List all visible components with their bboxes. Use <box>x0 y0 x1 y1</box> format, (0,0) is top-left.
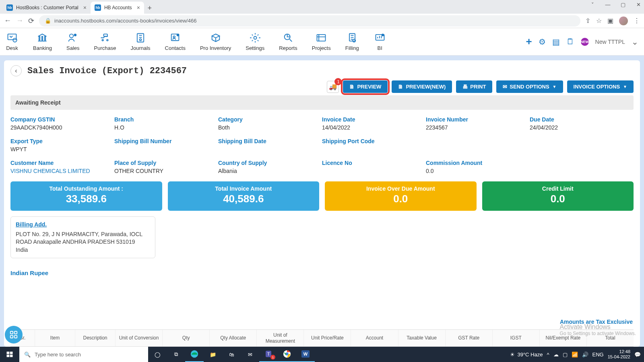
url-text: inaccounts.hostbooks.com/accounts-books/… <box>54 18 196 24</box>
th-account: Account <box>351 330 398 346</box>
word-icon[interactable]: W <box>296 347 315 362</box>
notes-icon[interactable]: 🗒 <box>566 37 574 46</box>
chevron-down-icon: ▼ <box>553 84 557 89</box>
tab-customer-portal[interactable]: hb HostBooks : Customer Portal × <box>2 2 91 14</box>
th-qty: Qty <box>162 330 209 346</box>
svg-point-1 <box>13 38 17 42</box>
th-qty-alloc: Qty Allocate <box>209 330 256 346</box>
profile-avatar[interactable] <box>619 16 628 25</box>
user-name[interactable]: New TTTPL <box>595 39 625 45</box>
maximize-icon[interactable]: ▢ <box>619 2 627 8</box>
commission-value: 0.0 <box>426 168 530 174</box>
plus-icon[interactable]: + <box>526 35 532 48</box>
nav-bi[interactable]: BI <box>374 32 386 51</box>
billing-heading[interactable]: Billing Add. <box>16 221 150 229</box>
nav-filling[interactable]: Filling <box>345 32 359 51</box>
lock-icon: 🔒 <box>45 18 51 24</box>
nav-inventory[interactable]: Pro Inventory <box>200 32 231 51</box>
svg-rect-23 <box>14 331 17 334</box>
invoice-options-button[interactable]: INVOICE OPTIONS▼ <box>567 80 634 93</box>
nav-settings[interactable]: Settings <box>246 32 264 51</box>
new-tab-button[interactable]: + <box>144 2 155 14</box>
wifi-icon[interactable]: 📶 <box>572 352 578 358</box>
nav-desk[interactable]: Desk <box>6 32 19 51</box>
svg-point-21 <box>382 34 384 36</box>
close-icon[interactable]: × <box>137 4 140 11</box>
th-total: Total <box>586 330 634 346</box>
tab-label: HB Accounts <box>104 5 132 10</box>
chevron-down-icon[interactable]: ˅ <box>588 2 597 8</box>
browser-tabstrip: hb HostBooks : Customer Portal × hb HB A… <box>0 0 644 14</box>
nav-banking[interactable]: Banking <box>33 32 52 51</box>
chrome-icon[interactable] <box>278 347 296 362</box>
branch-value: H.O <box>114 124 218 131</box>
hb-favicon: hb <box>95 4 101 11</box>
gstin-value: 29AADCK7940H000 <box>10 124 114 131</box>
forward-icon[interactable]: → <box>16 16 23 25</box>
close-icon[interactable]: × <box>83 4 87 11</box>
nav-projects[interactable]: Projects <box>312 32 331 51</box>
share-icon[interactable]: ⇪ <box>585 17 590 25</box>
language-indicator[interactable]: ENG <box>592 352 604 358</box>
new-badge-icon[interactable]: NEW <box>581 38 589 46</box>
back-icon[interactable]: ← <box>4 16 11 25</box>
invoice-number-value: 2234567 <box>426 124 530 131</box>
url-input[interactable]: 🔒 inaccounts.hostbooks.com/accounts-book… <box>39 15 580 27</box>
eway-button[interactable]: 🚚 1 <box>327 81 339 93</box>
nav-reports[interactable]: Reports <box>279 32 297 51</box>
print-button[interactable]: 🖶PRINT <box>456 80 492 93</box>
cortana-icon[interactable]: ⧉ <box>167 347 185 362</box>
minimize-icon[interactable]: — <box>604 2 612 8</box>
clock[interactable]: 12:48 15-04-2022 <box>608 349 630 360</box>
svg-point-9 <box>107 39 108 41</box>
extensions-icon[interactable]: ▣ <box>607 17 613 25</box>
teams-icon[interactable]: T1 <box>259 347 278 362</box>
print-icon: 🖶 <box>462 84 468 90</box>
gear-icon[interactable]: ⚙ <box>539 37 546 47</box>
close-window-icon[interactable]: ✕ <box>634 2 642 8</box>
apps-icon <box>9 330 18 339</box>
send-options-button[interactable]: ✉SEND OPTIONS▼ <box>496 80 563 93</box>
document-icon: 🗎 <box>349 84 355 90</box>
preview-button[interactable]: 🗎PREVIEW <box>343 80 388 93</box>
nav-purchase[interactable]: Purchase <box>94 32 116 51</box>
task-view-icon[interactable]: ◯ <box>148 347 167 362</box>
stat-cards: Total Outstanding Amount :33,589.6 Total… <box>10 181 634 211</box>
svg-rect-24 <box>10 335 13 338</box>
notifications-icon[interactable]: 💬 <box>634 352 641 358</box>
back-button[interactable]: ‹ <box>10 65 22 76</box>
due-date-label: Due Date <box>530 116 634 123</box>
preview-new-button[interactable]: 🗎PREVIEW(NEW) <box>392 80 452 93</box>
chevron-up-icon[interactable]: ^ <box>547 352 549 358</box>
app-toolbar: Desk Banking Sales Purchase Journals Con… <box>0 28 644 56</box>
store-icon[interactable]: 🛍 <box>222 347 241 362</box>
chevron-down-icon[interactable]: ⌄ <box>632 37 638 47</box>
star-icon[interactable]: ☆ <box>596 17 602 25</box>
page-title: Sales Invoice (Export) 2234567 <box>27 66 187 76</box>
tab-hb-accounts[interactable]: hb HB Accounts × <box>91 2 144 14</box>
battery-icon[interactable]: ▢ <box>563 352 568 358</box>
taskbar-search[interactable]: 🔍 Type here to search <box>19 347 148 362</box>
edge-icon[interactable] <box>185 347 204 362</box>
volume-icon[interactable]: 🔊 <box>582 352 588 358</box>
reload-icon[interactable]: ⟳ <box>28 16 34 25</box>
more-icon[interactable]: ⋮ <box>634 17 640 25</box>
nav-journals[interactable]: Journals <box>130 32 150 51</box>
ship-bill-no-label: Shipping Bill Number <box>114 138 218 144</box>
taskbar: 🔍 Type here to search ◯ ⧉ 📁 🛍 ✉ T1 W ☀ 3… <box>0 347 644 362</box>
purchase-icon <box>99 32 111 43</box>
customer-value[interactable]: VISHNU CHEMICALS LIMITED <box>10 168 114 174</box>
bi-icon <box>374 32 386 43</box>
weather-widget[interactable]: ☀ 39°C Haze <box>510 352 543 358</box>
onedrive-icon[interactable]: ☁ <box>553 352 559 358</box>
nav-contacts[interactable]: Contacts <box>165 32 186 51</box>
search-icon: 🔍 <box>24 352 31 358</box>
mail-icon[interactable]: ✉ <box>241 347 259 362</box>
calculator-icon[interactable]: ▤ <box>552 37 560 47</box>
category-value: Both <box>218 124 322 131</box>
explorer-icon[interactable]: 📁 <box>204 347 222 362</box>
page-wrap: ‹ Sales Invoice (Export) 2234567 🚚 1 🗎PR… <box>0 56 644 347</box>
apps-float-button[interactable] <box>5 326 23 343</box>
nav-sales[interactable]: Sales <box>66 32 80 51</box>
start-button[interactable] <box>0 347 19 362</box>
